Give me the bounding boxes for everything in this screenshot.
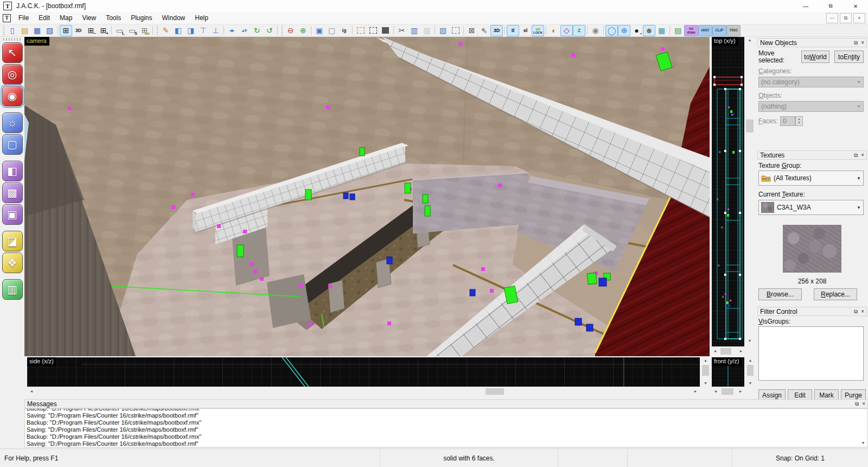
entity-marker-magenta[interactable] (299, 284, 303, 288)
uv-lock-button[interactable]: uvLOCK (532, 25, 544, 36)
close-button[interactable]: × (843, 0, 868, 12)
nodraw-texture-button[interactable]: no draw (684, 25, 698, 36)
group-button[interactable]: ▣ (313, 25, 326, 36)
scroll-right-icon[interactable]: ▸ (737, 388, 744, 395)
spin-down-icon[interactable]: ▼ (797, 121, 801, 125)
entity-marker-blue[interactable] (387, 257, 392, 264)
cut-button[interactable]: ✂ (395, 25, 408, 36)
path-tool[interactable]: ▥ (2, 279, 23, 300)
entity-marker-green[interactable] (360, 148, 365, 156)
side-viewport-label[interactable]: side (x/z) (27, 357, 56, 366)
scroll-thumb[interactable] (747, 365, 754, 376)
entity-marker-magenta[interactable] (387, 321, 391, 325)
selection-mode-outline-button[interactable] (354, 25, 367, 36)
pick-transform-button[interactable]: ⇖ (478, 25, 490, 36)
menu-edit[interactable]: Edit (34, 12, 55, 23)
top-viewport[interactable]: ××× ×× top (x/y) (712, 37, 744, 346)
scale-lock-button[interactable]: sl (519, 25, 532, 36)
clip-texture-button[interactable]: CLIP (712, 25, 726, 36)
messages-log[interactable]: Backup: "D:/Program Files/Counter 16/cst… (24, 408, 868, 447)
entity-marker-magenta[interactable] (661, 47, 665, 51)
side-viewport-vscroll[interactable]: ▴ ▾ (701, 357, 710, 387)
scroll-right-icon[interactable]: ▸ (738, 349, 744, 354)
entity-marker-magenta[interactable] (458, 42, 462, 46)
scroll-thumb[interactable] (702, 365, 709, 376)
entity-marker-magenta[interactable] (243, 230, 247, 234)
entity-marker-magenta[interactable] (191, 193, 195, 197)
camera-viewport-label[interactable]: camera (24, 37, 49, 46)
palette-grip[interactable] (3, 38, 21, 41)
faces-spinner[interactable]: ▲▼ (795, 116, 803, 126)
spin-up-icon[interactable]: ▲ (797, 117, 801, 121)
menu-plugins[interactable]: Plugins (126, 12, 157, 23)
entity-marker-green[interactable] (423, 194, 428, 203)
scale-transform-button[interactable]: ⊠ (465, 25, 478, 36)
align-right-button[interactable]: ◨ (184, 25, 197, 36)
entity-marker-blue[interactable] (599, 278, 607, 286)
flip-vertical-button[interactable]: ▴▾ (238, 25, 251, 36)
replace-button[interactable]: Replace... (814, 288, 857, 300)
entity-marker-blue[interactable] (470, 289, 475, 296)
entity-marker-magenta[interactable] (217, 224, 221, 228)
show-models-button[interactable]: ☻ (643, 25, 655, 36)
copy-button[interactable]: ▥ (408, 25, 420, 36)
new-file-button[interactable]: ▯ (6, 25, 18, 36)
current-texture-select[interactable]: C3A1_W3A▼ (758, 200, 864, 215)
texture-group-select[interactable]: (All Textures)▼ (758, 171, 864, 186)
entity-marker-magenta[interactable] (308, 323, 312, 326)
scroll-up-icon[interactable]: ▴ (701, 357, 710, 364)
float-panel-icon[interactable]: ⧉ (855, 401, 859, 407)
menu-window[interactable]: Window (157, 12, 190, 23)
scroll-thumb[interactable] (746, 119, 754, 132)
top-viewport-hscroll[interactable]: ◂ ▸ (712, 348, 744, 355)
mdi-restore-button[interactable]: ⧉ (840, 13, 852, 23)
trig-texture-button[interactable]: TRIG (726, 25, 741, 36)
float-panel-icon[interactable]: ⧉ (854, 40, 858, 46)
flip-horizontal-button[interactable]: ◂▸ (226, 25, 238, 36)
show-grid-button[interactable]: ⊞ (60, 25, 72, 36)
messages-panel-header[interactable]: Messages ⧉× (24, 399, 868, 408)
hint-texture-button[interactable]: HINT (698, 25, 712, 36)
entity-marker-green[interactable] (425, 206, 430, 216)
entity-marker-magenta[interactable] (328, 285, 332, 288)
clipping-tool[interactable]: ◪ (2, 231, 23, 251)
apply-current-texture-tool[interactable]: ▩ (2, 182, 23, 203)
scroll-left-icon[interactable]: ◂ (712, 349, 718, 354)
entity-marker-magenta[interactable] (253, 270, 257, 274)
visgroups-list[interactable] (758, 326, 864, 381)
side-viewport-hscroll[interactable]: ◂ ▸ (27, 388, 700, 395)
texture-application-tool[interactable]: ◧ (2, 161, 23, 181)
vertex-edit-button[interactable]: ◇ (560, 25, 573, 36)
show-3d-grid-button[interactable]: 3D (72, 25, 85, 36)
make-hollow-button[interactable]: ⊕ (297, 25, 309, 36)
ungroup-button[interactable]: ▢ (326, 25, 338, 36)
camera-tool[interactable]: ◉ (2, 86, 23, 106)
entity-marker-magenta[interactable] (498, 184, 502, 187)
entity-marker-magenta[interactable] (481, 267, 485, 271)
arc-view-button[interactable]: ◯ (605, 25, 618, 36)
texture-fill-button[interactable]: ▨ (437, 25, 449, 36)
front-viewport[interactable]: front (y/z) (712, 357, 744, 387)
close-panel-icon[interactable]: × (862, 401, 865, 407)
menu-view[interactable]: View (77, 12, 101, 23)
entity-marker-magenta[interactable] (490, 289, 494, 293)
side-viewport[interactable]: side (x/z) (27, 357, 700, 387)
entity-marker-green[interactable] (587, 273, 597, 284)
menu-tools[interactable]: Tools (101, 12, 126, 23)
filter-control-panel-header[interactable]: Filter Control ⧉× (757, 307, 867, 316)
rotate-clockwise-button[interactable]: ↻ (251, 25, 263, 36)
scroll-down-icon[interactable]: ▾ (746, 380, 754, 387)
top-viewport-label[interactable]: top (x/y) (712, 37, 738, 46)
save-file-button[interactable]: ▦ (31, 25, 43, 36)
entity-marker-magenta[interactable] (250, 262, 253, 266)
scroll-thumb[interactable] (720, 348, 731, 355)
entity-marker-green[interactable] (405, 183, 411, 193)
scroll-left-icon[interactable]: ◂ (28, 388, 35, 395)
entity-marker-magenta[interactable] (571, 53, 575, 57)
entity-marker-blue[interactable] (343, 193, 348, 199)
front-viewport-vscroll[interactable]: ▴ ▾ (746, 357, 754, 387)
float-panel-icon[interactable]: ⧉ (854, 152, 858, 159)
entity-marker-magenta[interactable] (326, 105, 330, 109)
browse-button[interactable]: Browse... (758, 288, 802, 300)
scroll-thumb[interactable] (486, 388, 504, 395)
